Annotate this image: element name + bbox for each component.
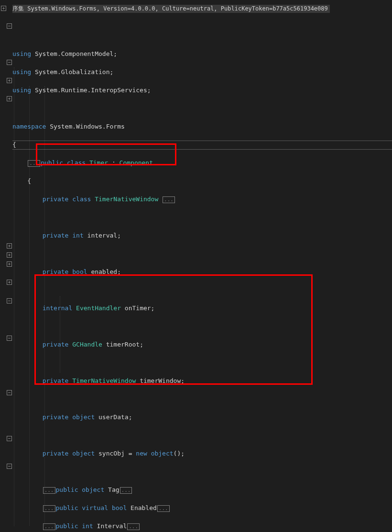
field-userdata: private object userData; — [12, 413, 285, 422]
prop-enabled: ...public virtual bool Enabled... — [12, 503, 285, 512]
fold-glyph[interactable] — [7, 464, 12, 469]
assembly-info-bar: 程序集 System.Windows.Forms, Version=4.0.0.… — [5, 5, 330, 13]
fold-glyph[interactable] — [7, 243, 12, 249]
field-enabled: private bool enabled; — [12, 267, 285, 276]
fold-glyph[interactable] — [7, 78, 12, 83]
field-interval: private int interval; — [12, 231, 285, 240]
fold-glyph[interactable] — [7, 436, 12, 441]
fold-glyph[interactable] — [7, 60, 12, 65]
using-line: using System.Runtime.InteropServices; — [12, 86, 285, 95]
fold-glyph[interactable] — [7, 96, 12, 101]
code-editor[interactable]: 程序集 System.Windows.Forms, Version=4.0.0.… — [0, 0, 392, 532]
fold-box[interactable]: ... — [43, 523, 55, 530]
fold-box[interactable]: ... — [43, 487, 55, 494]
gutter — [0, 0, 12, 532]
fold-glyph[interactable] — [7, 336, 12, 341]
field-timerroot: private GCHandle timerRoot; — [12, 340, 285, 349]
using-line: using System.ComponentModel; — [12, 49, 285, 58]
fold-box[interactable]: ... — [28, 160, 40, 167]
fold-glyph[interactable] — [7, 280, 12, 285]
prop-interval: ...public int Interval... — [12, 521, 285, 531]
namespace-line: namespace System.Windows.Forms — [12, 122, 285, 131]
code-area[interactable]: using System.ComponentModel; using Syste… — [12, 4, 285, 532]
field-syncobj: private object syncObj = new object(); — [12, 449, 285, 458]
fold-glyph[interactable] — [7, 252, 12, 258]
inner-class: private class TimerNativeWindow ... — [12, 195, 285, 204]
class-decl: ...public class Timer : Component — [12, 158, 285, 167]
fold-box[interactable]: ... — [157, 505, 170, 512]
fold-glyph[interactable] — [7, 23, 12, 29]
field-timerwindow: private TimerNativeWindow timerWindow; — [12, 376, 285, 385]
fold-glyph[interactable] — [7, 390, 12, 395]
using-line: using System.Globalization; — [12, 67, 285, 76]
fold-box[interactable]: ... — [120, 487, 132, 494]
fold-glyph[interactable] — [7, 298, 12, 304]
fold-box[interactable]: ... — [127, 523, 140, 530]
fold-glyph[interactable] — [1, 6, 6, 11]
field-ontimer: internal EventHandler onTimer; — [12, 304, 285, 313]
fold-box[interactable]: ... — [43, 505, 55, 512]
fold-glyph[interactable] — [7, 261, 12, 267]
prop-tag: ...public object Tag... — [12, 485, 285, 494]
fold-box[interactable]: ... — [163, 196, 175, 203]
